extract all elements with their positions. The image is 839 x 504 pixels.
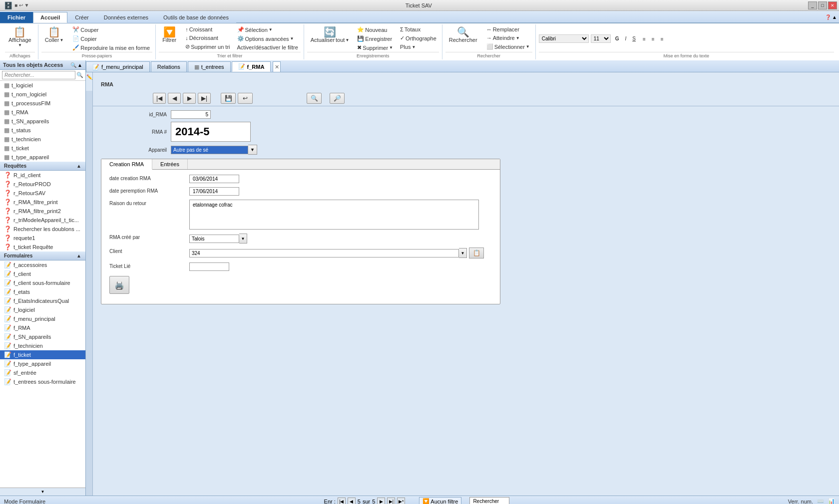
input-rma-num[interactable] xyxy=(171,122,251,142)
coller-button[interactable]: 📋 Coller ▼ xyxy=(41,25,67,44)
nav-item-f-menu-principal[interactable]: 📝 f_menu_principal xyxy=(0,314,85,323)
tab-entrees[interactable]: Entrées xyxy=(152,159,188,169)
nav-item-t-sn-appareils[interactable]: ▦ t_SN_appareils xyxy=(0,117,85,126)
input-date-peremption[interactable] xyxy=(189,187,239,196)
status-next-button[interactable]: ▶ xyxy=(377,498,385,504)
copier-button[interactable]: 📄 Copier xyxy=(70,34,152,43)
nav-undo-button[interactable]: ↩ xyxy=(238,93,253,104)
client-lookup-button[interactable]: 📋 xyxy=(469,248,484,258)
input-date-creation[interactable] xyxy=(189,175,239,183)
print-button[interactable]: 🖨️ xyxy=(109,276,129,294)
status-new-button[interactable]: ▶* xyxy=(397,498,405,504)
supprimer-tri-button[interactable]: ⊘ Supprimer un tri xyxy=(183,42,232,51)
nav-item-f-etats[interactable]: 📝 f_etats xyxy=(0,287,85,296)
input-ticket-lie[interactable] xyxy=(189,262,229,271)
client-dropdown-arrow[interactable]: ▼ xyxy=(459,248,467,258)
nav-item-requete1[interactable]: ❓ requete1 xyxy=(0,234,85,243)
status-prev-button[interactable]: ◀ xyxy=(348,498,356,504)
nav-item-r-retour-sav[interactable]: ❓ r_RetourSAV xyxy=(0,189,85,198)
nav-item-f-technicien[interactable]: 📝 f_technicien xyxy=(0,341,85,350)
nav-item-t-nom-logiciel[interactable]: ▦ t_nom_logiciel xyxy=(0,90,85,99)
selection-button[interactable]: 📌 Sélection ▼ xyxy=(235,25,301,34)
nav-item-rechercher-doublons[interactable]: ❓ Rechercher les doublons ... xyxy=(0,225,85,234)
couper-button[interactable]: ✂️ Couper xyxy=(70,25,152,34)
font-size-select[interactable]: 11 xyxy=(591,34,611,43)
nav-item-r-retour-prod[interactable]: ❓ r_RetourPROD xyxy=(0,180,85,189)
tab-outils-bdd[interactable]: Outils de base de données xyxy=(156,12,236,23)
nav-item-sf-entree[interactable]: 📝 sf_entrée xyxy=(0,368,85,377)
nav-scroll-down[interactable]: ▼ xyxy=(0,488,85,496)
close-button[interactable]: ✕ xyxy=(828,1,837,9)
nav-item-t-rma[interactable]: ▦ t_RMA xyxy=(0,108,85,117)
tab-fichier[interactable]: Fichier xyxy=(0,12,33,23)
nav-item-r-rma-filtre-print[interactable]: ❓ r_RMA_filtre_print xyxy=(0,198,85,207)
nav-next-button[interactable]: ▶ xyxy=(183,93,196,104)
status-filter-button[interactable]: 🔽 Aucun filtre xyxy=(419,497,461,504)
nav-prev-button[interactable]: ◀ xyxy=(168,93,181,104)
nav-pane-toggle-button[interactable]: ▲ xyxy=(77,62,82,68)
nav-last-button[interactable]: ▶| xyxy=(198,93,211,104)
underline-button[interactable]: S xyxy=(630,35,638,42)
minimize-button[interactable]: _ xyxy=(808,1,817,9)
align-left-button[interactable]: ≡ xyxy=(640,35,648,43)
nouveau-button[interactable]: ⭐ Nouveau xyxy=(355,25,396,34)
nav-item-t-ticket-requete[interactable]: ❓ t_ticket Requête xyxy=(0,243,85,252)
nav-item-r-rma-filtre-print2[interactable]: ❓ r_RMA_filtre_print2 xyxy=(0,207,85,216)
close-tab-button[interactable]: ✕ xyxy=(273,61,281,72)
window-controls[interactable]: _ □ ✕ xyxy=(808,1,837,9)
nav-item-r-id-client[interactable]: ❓ R_id_client xyxy=(0,171,85,180)
doc-tab-relations[interactable]: Relations xyxy=(151,61,187,72)
doc-tab-t-entrees[interactable]: ▦ t_entrees xyxy=(188,61,231,72)
atteindre-button[interactable]: → Atteindre ▼ xyxy=(484,34,532,42)
nav-item-f-client-sous-formulaire[interactable]: 📝 f_client sous-formulaire xyxy=(0,278,85,287)
nav-save-button[interactable]: 💾 xyxy=(221,93,236,104)
appareil-input[interactable] xyxy=(171,146,248,154)
totaux-button[interactable]: Σ Totaux xyxy=(398,25,439,33)
bold-button[interactable]: G xyxy=(613,35,622,42)
supprimer-button[interactable]: ✖ Supprimer ▼ xyxy=(355,43,396,52)
rechercher-button[interactable]: 🔍 Rechercher xyxy=(445,25,481,44)
input-id-rma[interactable] xyxy=(171,110,211,119)
nav-item-f-etats-indicateurs-qual[interactable]: 📝 f_EtatsIndicateursQual xyxy=(0,296,85,305)
tab-creer[interactable]: Créer xyxy=(67,12,96,23)
plus-button[interactable]: Plus ▼ xyxy=(398,43,439,51)
appareil-dropdown-btn[interactable]: ▼ xyxy=(248,145,257,155)
nav-section-requetes[interactable]: Requêtes ▲ xyxy=(0,162,85,171)
status-last-button[interactable]: ▶| xyxy=(387,498,395,504)
nav-action1-button[interactable]: 🔍 xyxy=(307,93,322,104)
align-right-button[interactable]: ≡ xyxy=(658,35,666,43)
actualiser-button[interactable]: 🔄 Actualiser tout ▼ xyxy=(307,25,353,44)
help-button[interactable]: ❓ xyxy=(825,14,831,20)
filtrer-button[interactable]: 🔽 Filtrer xyxy=(159,25,180,44)
status-search-input[interactable] xyxy=(469,497,509,504)
nav-item-t-ticket[interactable]: ▦ t_ticket xyxy=(0,144,85,153)
doc-tab-menu-principal[interactable]: 📝 f_menu_principal xyxy=(86,61,150,72)
reproduire-button[interactable]: 🖌️ Reproduire la mise en forme xyxy=(70,43,152,52)
status-first-button[interactable]: |◀ xyxy=(338,498,346,504)
nav-item-t-entrees-sous-formulaire[interactable]: 📝 t_entrees sous-formulaire xyxy=(0,377,85,386)
italic-button[interactable]: I xyxy=(623,35,629,42)
orthographe-button[interactable]: ✓ Orthographe xyxy=(398,34,439,42)
selectionner-button[interactable]: ⬜ Sélectionner ▼ xyxy=(484,42,532,51)
font-family-select[interactable]: Calibri xyxy=(539,34,589,43)
tab-donnees-externes[interactable]: Données externes xyxy=(96,12,156,23)
croissant-button[interactable]: ↑ Croissant xyxy=(183,25,232,33)
tab-accueil[interactable]: Accueil xyxy=(33,12,67,23)
nav-action2-button[interactable]: 🔎 xyxy=(330,93,345,104)
doc-tab-f-rma[interactable]: 📝 f_RMA xyxy=(232,61,271,72)
nav-item-t-processus-fim[interactable]: ▦ t_processusFIM xyxy=(0,99,85,108)
nav-item-r-tri-modele[interactable]: ❓ r_triModeleAppareil_t_tic... xyxy=(0,216,85,225)
nav-first-button[interactable]: |◀ xyxy=(153,93,166,104)
tab-creation-rma[interactable]: Creation RMA xyxy=(101,159,152,170)
restore-button[interactable]: □ xyxy=(818,1,827,9)
nav-item-t-type-appareil[interactable]: ▦ t_type_appareil xyxy=(0,153,85,162)
nav-item-f-type-appareil[interactable]: 📝 f_type_appareil xyxy=(0,359,85,368)
input-raison-retour[interactable]: etalonnage cofrac xyxy=(189,200,479,230)
remplacer-button[interactable]: ↔ Remplacer xyxy=(484,25,532,33)
minimize-ribbon-button[interactable]: ▲ xyxy=(832,14,837,20)
nav-item-f-rma[interactable]: 📝 f_RMA xyxy=(0,323,85,332)
decroissant-button[interactable]: ↓ Décroissant xyxy=(183,34,232,42)
input-rma-cree-par[interactable] xyxy=(189,235,239,243)
nav-item-f-ticket[interactable]: 📝 f_ticket xyxy=(0,350,85,359)
nav-item-t-technicien[interactable]: ▦ t_technicien xyxy=(0,135,85,144)
